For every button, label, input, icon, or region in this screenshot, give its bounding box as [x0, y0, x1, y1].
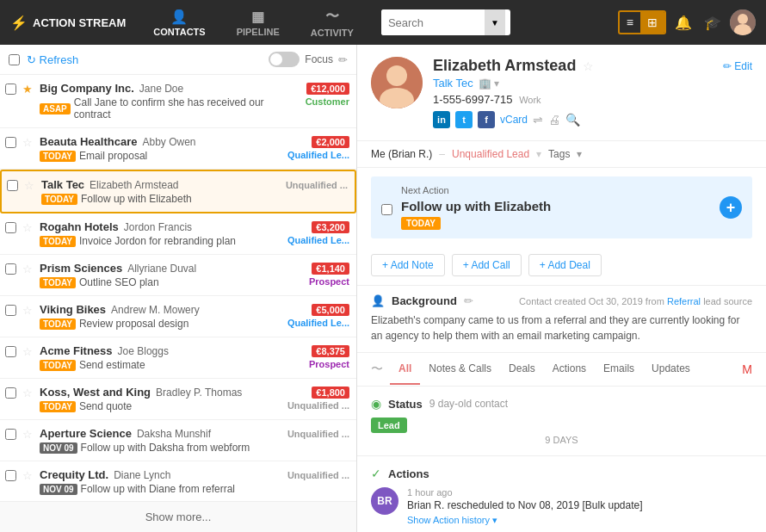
show-more-button[interactable]: Show more... — [0, 501, 356, 532]
linkedin-icon[interactable]: in — [433, 111, 450, 128]
search-caret[interactable]: ▼ — [485, 9, 505, 35]
background-edit-icon[interactable]: ✏ — [464, 294, 473, 307]
focus-switch[interactable] — [269, 52, 300, 67]
show-history-link[interactable]: Show Action history ▾ — [407, 515, 752, 526]
help-button[interactable]: 🎓 — [701, 11, 725, 34]
row-content: Acme Fitness Joe Bloggs TODAY Send estim… — [40, 344, 306, 371]
row-star-icon[interactable]: ☆ — [22, 345, 36, 358]
row-star-icon[interactable]: ☆ — [22, 469, 36, 482]
row-right: €8,375 Prospect — [309, 344, 349, 369]
add-deal-button[interactable]: + Add Deal — [528, 254, 602, 276]
tab-updates[interactable]: Updates — [643, 354, 699, 385]
meta-separator: – — [439, 148, 445, 160]
row-content: Rogahn Hotels Jordon Francis TODAY Invoi… — [40, 220, 284, 247]
nav-contacts[interactable]: 👤 CONTACTS — [141, 5, 217, 40]
row-checkbox[interactable] — [5, 84, 19, 97]
contact-row[interactable]: ☆ Beauta Healthcare Abby Owen TODAY Emai… — [0, 128, 356, 170]
row-top: Crequity Ltd. Diane Lynch — [40, 468, 284, 481]
contact-row[interactable]: ★ Big Company Inc. Jane Doe ASAP Call Ja… — [0, 75, 356, 128]
contact-row[interactable]: ☆ Aperture Science Daksha Munshif NOV 09… — [0, 420, 356, 461]
tags-caret-icon[interactable]: ▾ — [577, 148, 582, 160]
meta-user: Me (Brian R.) — [371, 148, 432, 160]
tab-deals[interactable]: Deals — [500, 354, 544, 385]
company-link[interactable]: Talk Tec — [433, 77, 473, 90]
nav-activity[interactable]: 〜 ACTIVITY — [299, 4, 366, 41]
add-call-button[interactable]: + Add Call — [452, 254, 522, 276]
row-checkbox[interactable] — [5, 137, 19, 151]
next-action-add-button[interactable]: + — [720, 196, 742, 219]
contact-row[interactable]: ☆ Prism Sciences Allyriane Duval TODAY O… — [0, 255, 356, 296]
background-header: 👤 Background ✏ Contact created Oct 30, 2… — [371, 294, 752, 307]
user-avatar[interactable] — [730, 9, 756, 35]
row-status: Prospect — [309, 276, 349, 287]
row-amount: €3,200 — [312, 221, 349, 233]
row-company: Big Company Inc. — [40, 82, 134, 95]
row-action-text: Follow up with Elizabeth — [81, 193, 192, 205]
row-person: Allyriane Duval — [127, 263, 196, 275]
contact-row[interactable]: ☆ Crequity Ltd. Diane Lynch NOV 09 Follo… — [0, 461, 356, 501]
contact-row[interactable]: ☆ Rogahn Hotels Jordon Francis TODAY Inv… — [0, 213, 356, 255]
tab-emails[interactable]: Emails — [595, 354, 643, 385]
row-star-icon[interactable]: ☆ — [22, 221, 36, 234]
twitter-icon[interactable]: t — [455, 111, 473, 128]
next-action-checkbox[interactable] — [381, 204, 392, 215]
row-star-icon[interactable]: ★ — [22, 83, 36, 96]
tab-notes-calls[interactable]: Notes & Calls — [420, 354, 500, 385]
top-navigation: ⚡ ACTION STREAM 👤 CONTACTS ▦ PIPELINE 〜 … — [0, 0, 766, 45]
unqualified-lead-link[interactable]: Unqualified Lead — [452, 148, 529, 160]
add-note-button[interactable]: + Add Note — [371, 254, 445, 276]
row-star-icon[interactable]: ☆ — [22, 136, 36, 149]
tab-all[interactable]: All — [390, 354, 420, 385]
row-checkbox[interactable] — [5, 346, 19, 360]
row-status: Unqualified ... — [287, 400, 349, 411]
notifications-button[interactable]: 🔔 — [671, 11, 695, 34]
row-company: Rogahn Hotels — [40, 220, 119, 233]
tab-actions[interactable]: Actions — [544, 354, 595, 385]
contact-row[interactable]: ☆ Viking Bikes Andrew M. Mowery TODAY Re… — [0, 296, 356, 337]
main-layout: ↻ Refresh Focus ✏ ★ Big Company Inc. Jan… — [0, 45, 766, 532]
refresh-button[interactable]: ↻ Refresh — [27, 53, 78, 66]
row-checkbox[interactable] — [5, 222, 19, 236]
row-star-icon[interactable]: ☆ — [22, 304, 36, 317]
row-checkbox[interactable] — [5, 429, 19, 442]
grid-view-button[interactable]: ⊞ — [640, 12, 664, 33]
print-icon[interactable]: 🖨 — [548, 113, 560, 127]
gmail-icon[interactable]: M — [742, 362, 752, 376]
row-checkbox[interactable] — [7, 180, 21, 194]
lightning-icon: ⚡ — [10, 15, 28, 31]
referral-link[interactable]: Referral — [667, 296, 701, 306]
contact-row[interactable]: ☆ Koss, West and King Bradley P. Thomas … — [0, 379, 356, 420]
contact-name-row: Elizabeth Armstead ☆ ✏ Edit — [433, 57, 752, 75]
list-view-button[interactable]: ≡ — [620, 12, 640, 33]
search-contact-icon[interactable]: 🔍 — [565, 113, 580, 127]
nav-pipeline[interactable]: ▦ PIPELINE — [225, 5, 292, 40]
vcard-link[interactable]: vCard — [500, 114, 528, 126]
row-action: TODAY Invoice Jordon for rebranding plan — [40, 235, 284, 247]
row-star-icon[interactable]: ☆ — [22, 428, 36, 441]
row-right: €5,000 Qualified Le... — [287, 303, 349, 328]
contact-row[interactable]: ☆ Talk Tec Elizabeth Armstead TODAY Foll… — [0, 170, 356, 213]
edit-contact-button[interactable]: ✏ Edit — [723, 60, 752, 72]
contact-star-icon[interactable]: ☆ — [583, 59, 594, 73]
row-star-icon[interactable]: ☆ — [22, 387, 36, 399]
contacts-icon: 👤 — [170, 9, 188, 25]
contact-row[interactable]: ☆ Acme Fitness Joe Bloggs TODAY Send est… — [0, 337, 356, 379]
actions-label: Actions — [388, 467, 429, 480]
select-all-checkbox[interactable] — [9, 54, 20, 65]
row-checkbox[interactable] — [5, 387, 19, 401]
row-checkbox[interactable] — [5, 305, 19, 319]
row-company: Beauta Healthcare — [40, 135, 137, 148]
row-checkbox[interactable] — [5, 263, 19, 277]
edit-pencil-icon[interactable]: ✏ — [338, 53, 348, 66]
row-company: Prism Sciences — [40, 262, 122, 275]
row-checkbox[interactable] — [5, 470, 19, 484]
action-desc: Brian R. rescheduled to Nov 08, 2019 [Bu… — [407, 499, 752, 511]
contact-avatar — [371, 57, 423, 108]
tags-button[interactable]: Tags — [548, 148, 570, 160]
actions-header: ✓ Actions — [371, 467, 752, 480]
facebook-icon[interactable]: f — [478, 111, 495, 128]
row-star-icon[interactable]: ☆ — [24, 179, 38, 192]
search-input[interactable] — [381, 9, 485, 35]
row-star-icon[interactable]: ☆ — [22, 263, 36, 275]
share-icon[interactable]: ⇌ — [533, 113, 543, 127]
